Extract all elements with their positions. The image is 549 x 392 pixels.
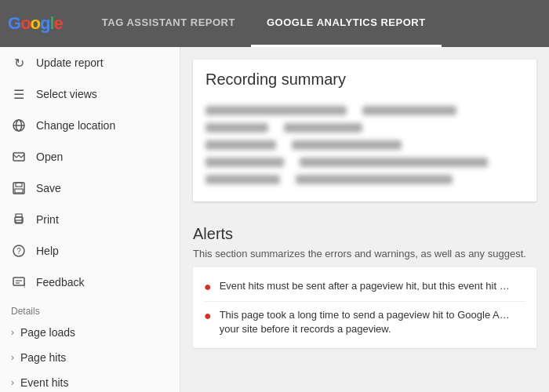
alerts-subtitle: This section summarizes the errors and w… <box>193 248 536 260</box>
feedback-icon: ! <box>11 274 27 290</box>
save-icon <box>11 180 27 196</box>
sidebar-item-print[interactable]: Print <box>0 204 180 235</box>
svg-rect-6 <box>15 189 23 193</box>
alerts-title: Alerts <box>193 214 536 248</box>
sidebar-label-feedback: Feedback <box>36 276 84 289</box>
sidebar-label-select-views: Select views <box>36 88 97 100</box>
svg-text:!: ! <box>24 281 25 289</box>
alert-text-2: This page took a long time to send a pag… <box>220 308 525 336</box>
help-icon: ? <box>11 243 27 259</box>
nav-tabs: TAG ASSISTANT REPORT GOOGLE ANALYTICS RE… <box>86 0 541 47</box>
sidebar-detail-page-hits[interactable]: › Page hits <box>0 345 180 370</box>
details-section-label: Details <box>0 298 180 320</box>
svg-rect-3 <box>13 153 24 161</box>
sidebar-item-help[interactable]: ? Help <box>0 235 180 267</box>
print-icon <box>11 212 27 227</box>
google-logo: Google <box>8 13 63 34</box>
alert-item-1: ● Event hits must be sent after a pagevi… <box>204 275 525 298</box>
main-content: Recording summary <box>180 47 549 392</box>
sidebar-item-change-location[interactable]: Change location <box>0 110 180 141</box>
sidebar-label-update-report: Update report <box>36 56 104 69</box>
chevron-icon-event-hits: › <box>11 377 14 388</box>
sidebar-label-save: Save <box>36 182 61 194</box>
select-views-icon: ☰ <box>11 86 27 102</box>
sidebar-item-update-report[interactable]: ↻ Update report <box>0 47 180 78</box>
svg-rect-13 <box>13 278 24 285</box>
recording-summary-title: Recording summary <box>193 60 536 96</box>
sidebar-detail-label-page-hits: Page hits <box>20 351 66 364</box>
alert-text-1: Event hits must be sent after a pageview… <box>220 279 510 293</box>
update-icon: ↻ <box>11 55 27 71</box>
tab-tag-assistant[interactable]: TAG ASSISTANT REPORT <box>86 0 251 47</box>
sidebar-label-help: Help <box>36 245 59 257</box>
sidebar-item-select-views[interactable]: ☰ Select views <box>0 78 180 110</box>
chevron-icon-page-hits: › <box>11 352 14 363</box>
location-icon <box>11 118 27 133</box>
svg-point-10 <box>21 219 23 220</box>
alert-card: ● Event hits must be sent after a pagevi… <box>193 267 536 348</box>
tab-google-analytics[interactable]: GOOGLE ANALYTICS REPORT <box>251 0 442 47</box>
sidebar-item-open[interactable]: Open <box>0 141 180 172</box>
sidebar-detail-label-page-loads: Page loads <box>20 326 75 339</box>
sidebar-detail-label-event-hits: Event hits <box>20 376 68 389</box>
error-icon-2: ● <box>204 309 212 323</box>
svg-text:?: ? <box>16 247 21 256</box>
app-header: Google TAG ASSISTANT REPORT GOOGLE ANALY… <box>0 0 549 47</box>
sidebar-item-save[interactable]: Save <box>0 172 180 204</box>
sidebar-detail-page-loads[interactable]: › Page loads <box>0 320 180 345</box>
chevron-icon-page-loads: › <box>11 327 14 338</box>
alerts-section: Alerts This section summarizes the error… <box>193 214 536 348</box>
sidebar: ↻ Update report ☰ Select views Change lo… <box>0 47 180 392</box>
recording-summary-card: Recording summary <box>193 60 536 201</box>
sidebar-detail-event-hits[interactable]: › Event hits <box>0 370 180 392</box>
open-icon <box>11 149 27 165</box>
sidebar-item-feedback[interactable]: ! Feedback <box>0 267 180 298</box>
alert-item-2: ● This page took a long time to send a p… <box>204 301 525 340</box>
sidebar-label-change-location: Change location <box>36 119 115 132</box>
sidebar-label-print: Print <box>36 213 59 226</box>
error-icon-1: ● <box>204 280 212 294</box>
sidebar-label-open: Open <box>36 151 63 163</box>
recording-summary-blurred <box>193 96 536 201</box>
app-layout: ↻ Update report ☰ Select views Change lo… <box>0 47 549 392</box>
